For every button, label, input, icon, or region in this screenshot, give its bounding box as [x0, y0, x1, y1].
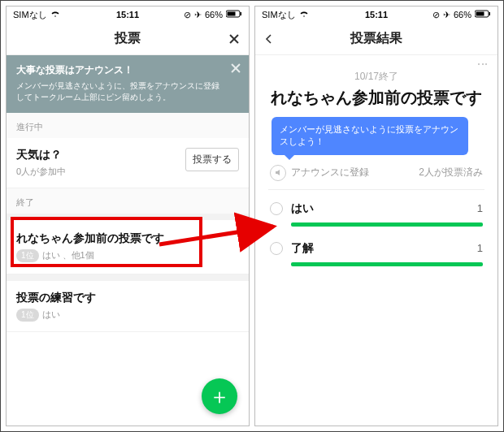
poll-item-done-1[interactable]: れなちゃん参加前の投票です 1位はい 、他1個	[7, 220, 249, 274]
announce-row: アナウンスに登録 2人が投票済み	[268, 165, 484, 190]
phone-left: SIMなし 15:11 ⊘ ✈ 66% 投票 大事な投票はアナウンス！ メンバー…	[6, 6, 250, 426]
page-title: 投票結果	[350, 30, 402, 47]
chevron-left-icon	[263, 33, 275, 45]
option-bar	[291, 222, 483, 227]
status-bar: SIMなし 15:11 ⊘ ✈ 66%	[7, 6, 249, 23]
announcement-banner: 大事な投票はアナウンス！ メンバーが見逃さないように、投票をアナウンスに登録して…	[7, 55, 249, 113]
poll-title: 投票の練習です	[16, 291, 239, 305]
navbar: 投票結果	[255, 23, 497, 55]
option-row[interactable]: はい 1	[270, 201, 483, 227]
plus-icon: ＋	[209, 382, 230, 411]
clock: 15:11	[7, 10, 249, 19]
banner-title: 大事な投票はアナウンス！	[16, 63, 224, 77]
poll-item-in-progress[interactable]: 天気は？ 0人が参加中 投票する	[7, 138, 249, 188]
navbar: 投票	[7, 23, 249, 55]
speaker-icon	[270, 165, 286, 181]
option-label: 了解	[291, 241, 314, 256]
back-button[interactable]	[255, 23, 283, 55]
rank-badge: 1位	[16, 309, 39, 322]
option-row[interactable]: 了解 1	[270, 241, 483, 266]
section-in-progress: 進行中	[7, 113, 249, 138]
close-icon	[229, 62, 242, 75]
poll-sub: 1位はい	[16, 309, 239, 322]
option-bar	[291, 262, 483, 266]
radio-icon	[270, 202, 283, 215]
banner-close-button[interactable]	[229, 62, 242, 75]
clock: 15:11	[255, 10, 497, 19]
voted-count-label: 2人が投票済み	[419, 166, 483, 179]
radio-icon	[270, 242, 283, 255]
option-count: 1	[477, 202, 483, 214]
section-done: 終了	[7, 188, 249, 214]
page-title: 投票	[115, 30, 141, 47]
poll-sub: 1位はい 、他1個	[16, 249, 239, 262]
option-count: 1	[477, 242, 483, 254]
announce-tip-bubble: メンバーが見逃さないように投票をアナウンスしよう！	[272, 117, 468, 155]
vote-button[interactable]: 投票する	[185, 148, 239, 171]
poll-title: れなちゃん参加前の投票です	[16, 231, 239, 246]
end-date-label: 10/17終了	[268, 70, 484, 84]
divider	[7, 214, 249, 220]
phone-right: SIMなし 15:11 ⊘ ✈ 66% 投票結果 ⋮ 1	[254, 6, 498, 426]
divider	[7, 274, 249, 281]
result-title: れなちゃん参加前の投票です	[268, 87, 484, 109]
announce-register-button[interactable]: アナウンスに登録	[291, 166, 369, 179]
banner-body: メンバーが見逃さないように、投票をアナウンスに登録してトークルーム上部にピン留め…	[16, 80, 224, 103]
status-bar: SIMなし 15:11 ⊘ ✈ 66%	[255, 6, 497, 23]
close-icon	[228, 32, 241, 45]
option-label: はい	[291, 201, 314, 216]
more-menu-button[interactable]: ⋮	[476, 58, 489, 68]
poll-item-done-2[interactable]: 投票の練習です 1位はい	[7, 281, 249, 332]
add-poll-fab[interactable]: ＋	[202, 378, 237, 414]
rank-badge: 1位	[16, 249, 39, 262]
close-button[interactable]	[219, 23, 249, 55]
